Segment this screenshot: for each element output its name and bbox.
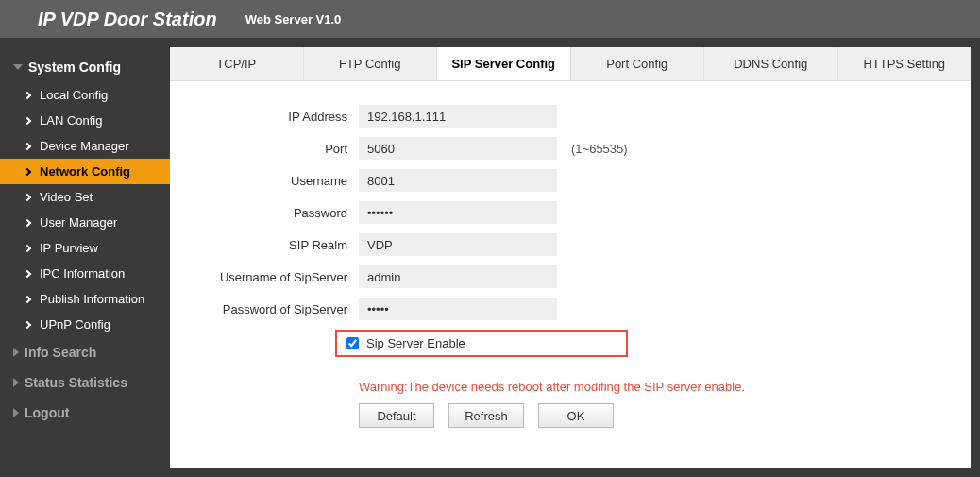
tab-label: HTTPS Setting xyxy=(863,57,945,71)
sidebar-section-status-statistics[interactable]: Status Statistics xyxy=(0,367,170,398)
section-label: Status Statistics xyxy=(25,375,127,390)
input-sipserver-pass[interactable] xyxy=(359,298,557,320)
container: System Config Local Config LAN Config De… xyxy=(0,38,980,477)
chevron-down-icon xyxy=(13,64,23,70)
sidebar-item-publish-information[interactable]: Publish Information xyxy=(0,286,170,312)
sidebar-section-info-search[interactable]: Info Search xyxy=(0,337,170,367)
tab-ftp-config[interactable]: FTP Config xyxy=(304,47,438,80)
section-label: Info Search xyxy=(25,345,96,360)
row-ip-address: IP Address xyxy=(170,105,971,128)
sidebar-item-lan-config[interactable]: LAN Config xyxy=(0,108,170,133)
default-button[interactable]: Default xyxy=(359,403,434,428)
tab-ddns-config[interactable]: DDNS Config xyxy=(704,47,838,80)
sidebar-item-label: IPC Information xyxy=(40,266,125,281)
chevron-right-icon xyxy=(24,244,31,251)
warning-text: Warning:The device needs reboot after mo… xyxy=(359,380,971,394)
main-panel: TCP/IP FTP Config SIP Server Config Port… xyxy=(170,47,971,468)
sidebar-item-label: Device Manager xyxy=(40,139,129,153)
refresh-button[interactable]: Refresh xyxy=(448,403,524,428)
tab-label: TCP/IP xyxy=(216,57,256,71)
tab-bar: TCP/IP FTP Config SIP Server Config Port… xyxy=(170,47,971,81)
row-username: Username xyxy=(170,169,971,192)
input-ip-address[interactable] xyxy=(359,105,557,128)
sidebar-item-network-config[interactable]: Network Config xyxy=(0,159,170,184)
label-sip-realm: SIP Realm xyxy=(170,238,359,252)
form-area: IP Address Port (1~65535) Username Passw… xyxy=(170,81,971,428)
row-port: Port (1~65535) xyxy=(170,137,971,160)
sidebar-section-logout[interactable]: Logout xyxy=(0,398,170,428)
section-label: Logout xyxy=(25,405,69,420)
sidebar-item-label: Local Config xyxy=(40,88,108,102)
chevron-right-icon xyxy=(24,320,31,328)
chevron-right-icon xyxy=(13,408,19,417)
row-sip-enable: Sip Server Enable xyxy=(335,330,628,357)
tab-label: SIP Server Config xyxy=(451,57,555,71)
tab-label: Port Config xyxy=(606,57,667,71)
input-port[interactable] xyxy=(359,137,557,160)
row-sipserver-pass: Password of SipServer xyxy=(170,298,971,320)
sidebar-item-label: UPnP Config xyxy=(40,317,110,332)
sidebar-item-label: Network Config xyxy=(40,164,130,179)
sidebar-item-ipc-information[interactable]: IPC Information xyxy=(0,261,170,286)
tab-sip-server-config[interactable]: SIP Server Config xyxy=(437,47,571,80)
tab-port-config[interactable]: Port Config xyxy=(571,47,705,80)
label-sipserver-pass: Password of SipServer xyxy=(170,302,359,316)
section-label: System Config xyxy=(28,60,121,75)
button-row: Default Refresh OK xyxy=(359,403,971,428)
sidebar-item-device-manager[interactable]: Device Manager xyxy=(0,133,170,159)
sidebar-item-local-config[interactable]: Local Config xyxy=(0,82,170,108)
sidebar-section-system-config[interactable]: System Config xyxy=(0,52,170,82)
sidebar-item-ip-purview[interactable]: IP Purview xyxy=(0,235,170,261)
row-sipserver-user: Username of SipServer xyxy=(170,265,971,288)
sidebar: System Config Local Config LAN Config De… xyxy=(0,47,170,468)
label-port: Port xyxy=(170,142,359,156)
header: IP VDP Door Station Web Server V1.0 xyxy=(0,0,980,38)
label-password: Password xyxy=(170,206,359,220)
sidebar-item-label: LAN Config xyxy=(40,113,102,128)
row-password: Password xyxy=(170,201,971,224)
chevron-right-icon xyxy=(24,167,31,175)
sidebar-item-user-manager[interactable]: User Manager xyxy=(0,210,170,235)
app-title: IP VDP Door Station xyxy=(38,9,217,30)
tab-label: FTP Config xyxy=(339,57,401,71)
chevron-right-icon xyxy=(24,91,31,98)
input-username[interactable] xyxy=(359,169,557,192)
sidebar-item-label: Video Set xyxy=(40,190,93,204)
input-password[interactable] xyxy=(359,201,557,224)
checkbox-sip-enable[interactable] xyxy=(346,337,359,349)
tab-label: DDNS Config xyxy=(734,57,807,71)
chevron-right-icon xyxy=(24,116,31,124)
label-ip-address: IP Address xyxy=(170,110,359,124)
input-sipserver-user[interactable] xyxy=(359,265,557,288)
chevron-right-icon xyxy=(24,295,31,302)
sidebar-item-video-set[interactable]: Video Set xyxy=(0,184,170,210)
chevron-right-icon xyxy=(13,378,19,387)
chevron-right-icon xyxy=(24,269,31,277)
chevron-right-icon xyxy=(24,142,31,149)
sidebar-item-upnp-config[interactable]: UPnP Config xyxy=(0,312,170,337)
sidebar-item-label: IP Purview xyxy=(40,241,98,255)
chevron-right-icon xyxy=(24,193,31,200)
label-username: Username xyxy=(170,174,359,188)
ok-button[interactable]: OK xyxy=(538,403,614,428)
app-subtitle: Web Server V1.0 xyxy=(245,12,342,26)
chevron-right-icon xyxy=(13,348,19,357)
input-sip-realm[interactable] xyxy=(359,233,557,256)
label-sipserver-user: Username of SipServer xyxy=(170,270,359,284)
sidebar-item-label: User Manager xyxy=(40,215,117,230)
tab-tcpip[interactable]: TCP/IP xyxy=(170,47,304,80)
tab-https-setting[interactable]: HTTPS Setting xyxy=(838,47,972,80)
row-sip-realm: SIP Realm xyxy=(170,233,971,256)
sidebar-item-label: Publish Information xyxy=(40,292,144,306)
chevron-right-icon xyxy=(24,218,31,226)
hint-port: (1~65535) xyxy=(571,142,628,156)
label-sip-enable: Sip Server Enable xyxy=(366,336,465,350)
